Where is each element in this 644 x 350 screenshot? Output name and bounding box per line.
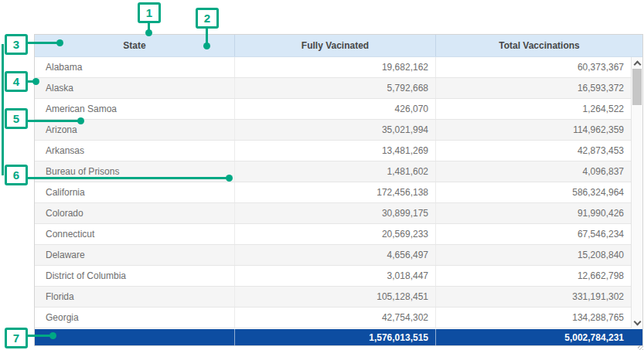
callout-6: 6 [5,165,28,185]
scrollbar-thumb[interactable] [632,69,642,105]
callout-2-connector [206,28,208,44]
cell-fully-vaccinated: 105,128,451 [234,287,435,307]
callout-7-dot [49,332,56,339]
cell-total-vaccinations: 42,873,453 [435,141,631,161]
chevron-down-icon [633,318,641,325]
callout-3-connector [26,42,59,44]
callout-6-dot [226,175,233,182]
table-row[interactable]: Alabama 19,682,162 60,373,367 [35,57,631,78]
table-row[interactable]: California 172,456,138 586,324,964 [35,182,631,203]
cell-fully-vaccinated: 42,754,302 [234,308,435,328]
cell-state: California [35,182,234,202]
annotated-table-screenshot: State Fully Vacinated Total Vaccinations… [0,0,644,350]
callout-2: 2 [196,8,219,29]
cell-fully-vaccinated: 1,481,602 [234,161,435,182]
callout-4: 4 [5,71,28,92]
callout-6-connector [26,177,227,179]
summary-row: 1,576,013,515 5,002,784,231 [35,329,642,345]
cell-total-vaccinations: 12,662,798 [435,266,631,286]
callout-2-dot [203,42,210,49]
cell-total-vaccinations: 60,373,367 [435,57,631,77]
cell-total-vaccinations: 67,546,234 [435,224,631,244]
cell-fully-vaccinated: 19,682,162 [234,57,435,77]
callout-7-connector [26,335,51,337]
cell-fully-vaccinated: 5,792,668 [234,78,435,98]
callout-5-dot [77,117,84,124]
cell-fully-vaccinated: 13,481,269 [234,141,435,161]
callout-4-dot [32,78,39,85]
table-body: Alabama 19,682,162 60,373,367 Alaska 5,7… [35,57,642,328]
callout-1: 1 [138,2,161,23]
resize-handle-icon[interactable] [638,345,643,350]
callout-5: 5 [5,108,28,129]
cell-total-vaccinations: 134,288,765 [435,308,631,328]
cell-total-vaccinations: 4,096,837 [435,161,631,182]
chevron-up-icon [633,60,641,68]
callout-3-dot [56,39,63,46]
cell-state: Alaska [35,78,234,98]
table-row[interactable]: Alaska 5,792,668 16,593,372 [35,78,631,99]
cell-state: Georgia [35,308,234,328]
cell-total-vaccinations: 114,962,359 [435,120,631,140]
cell-fully-vaccinated: 30,899,175 [234,203,435,223]
callout-5-connector [26,120,79,122]
cell-state: Delaware [35,245,234,265]
cell-fully-vaccinated: 4,656,497 [234,245,435,265]
cell-state: American Samoa [35,99,234,119]
cell-state: Arkansas [35,141,234,161]
table-row[interactable]: District of Columbia 3,018,447 12,662,79… [35,266,631,287]
table-row[interactable]: Arkansas 13,481,269 42,873,453 [35,141,631,161]
table-row[interactable]: American Samoa 426,070 1,264,522 [35,99,631,120]
vaccination-table: State Fully Vacinated Total Vaccinations… [34,34,643,346]
table-row[interactable]: Florida 105,128,451 331,191,302 [35,287,631,308]
scroll-up-button[interactable] [632,57,642,69]
table-row[interactable]: Georgia 42,754,302 134,288,765 [35,308,631,328]
table-row[interactable]: Delaware 4,656,497 15,208,840 [35,245,631,266]
summary-fully-vaccinated: 1,576,013,515 [234,329,435,345]
cell-total-vaccinations: 1,264,522 [435,99,631,119]
cell-fully-vaccinated: 20,569,233 [234,224,435,244]
column-header-total-vaccinations[interactable]: Total Vaccinations [435,35,642,56]
summary-state-cell [35,329,234,345]
summary-total-vaccinations: 5,002,784,231 [435,329,642,345]
cell-fully-vaccinated: 35,021,994 [234,120,435,140]
callout-3: 3 [5,34,28,55]
cell-state: Colorado [35,203,234,223]
cell-total-vaccinations: 331,191,302 [435,287,631,307]
column-header-fully-vaccinated[interactable]: Fully Vacinated [234,35,435,56]
cell-state: District of Columbia [35,266,234,286]
cell-fully-vaccinated: 426,070 [234,99,435,119]
cell-state: Connecticut [35,224,234,244]
callout-spine-line [2,44,4,175]
table-row[interactable]: Arizona 35,021,994 114,962,359 [35,120,631,141]
cell-total-vaccinations: 91,990,426 [435,203,631,223]
scroll-down-button[interactable] [632,317,642,328]
cell-state: Florida [35,287,234,307]
callout-1-dot [145,29,152,36]
vertical-scrollbar[interactable] [631,57,642,328]
cell-total-vaccinations: 15,208,840 [435,245,631,265]
cell-total-vaccinations: 586,324,964 [435,182,631,202]
cell-fully-vaccinated: 3,018,447 [234,266,435,286]
cell-fully-vaccinated: 172,456,138 [234,182,435,202]
cell-total-vaccinations: 16,593,372 [435,78,631,98]
cell-state: Arizona [35,120,234,140]
cell-state: Alabama [35,57,234,77]
table-header-row: State Fully Vacinated Total Vaccinations [35,35,642,57]
callout-7: 7 [5,328,28,348]
table-row[interactable]: Colorado 30,899,175 91,990,426 [35,203,631,224]
table-row[interactable]: Connecticut 20,569,233 67,546,234 [35,224,631,245]
